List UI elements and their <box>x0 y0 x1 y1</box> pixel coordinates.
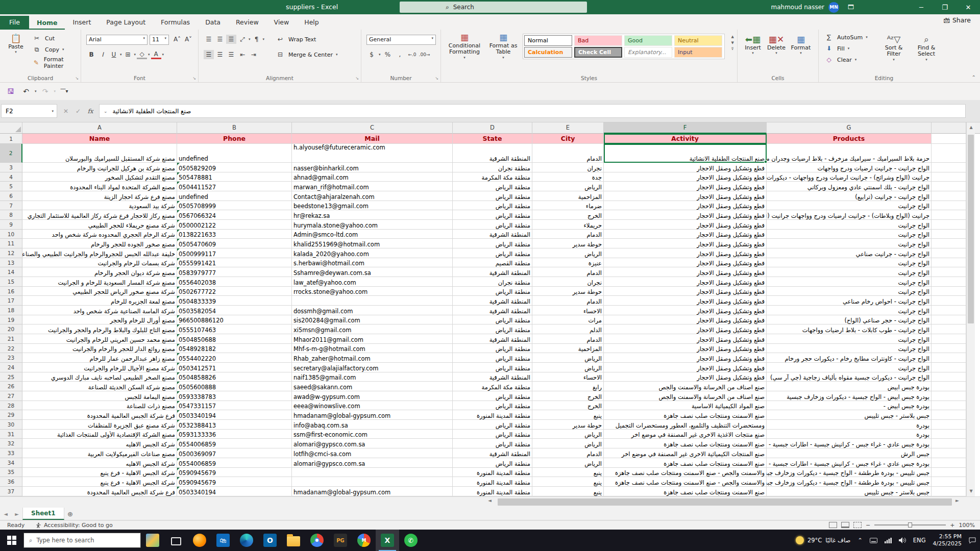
cell[interactable]: 0504411527 <box>177 182 292 191</box>
cell[interactable]: مصنع التاج للبلوك والبلاط والرخام والحجر… <box>22 324 177 334</box>
cell[interactable]: شركة مصنع عبق الجزيرة للمنظفات <box>22 420 177 430</box>
row-header-37[interactable]: 37 <box>0 487 22 496</box>
cell[interactable]: حوطة سدير <box>532 239 604 248</box>
cell[interactable] <box>932 239 966 248</box>
cell[interactable]: صنع الاسمنت ومنتجات صلب نصف جاهزة <box>604 487 767 496</box>
cell[interactable]: dossmh@gmail.com <box>292 306 453 315</box>
cell[interactable]: مصنع ركاز للاحجار فرع شركة ركاز العالمية… <box>22 210 177 220</box>
cell[interactable]: 0138221633 <box>177 230 292 239</box>
cell[interactable]: الواح جرانيت - كاونترات مطابخ رخام - ديك… <box>767 353 932 363</box>
cell[interactable]: الواح جرانيت <box>767 220 932 230</box>
cell[interactable]: عنيزة <box>532 258 604 268</box>
cell[interactable] <box>932 391 966 401</box>
align-top-icon[interactable]: ☰ <box>204 35 214 44</box>
cell[interactable]: مصنع أورال للرخام والحجر <box>22 315 177 325</box>
cell[interactable]: حوطة سدير <box>532 287 604 296</box>
cell[interactable]: قطع وتشكيل وصقل الاحجار <box>604 334 767 344</box>
row-header-9[interactable]: 9 <box>0 220 22 230</box>
cell[interactable]: 0503582054 <box>177 306 292 315</box>
cell[interactable] <box>932 468 966 478</box>
percent-icon[interactable]: % <box>383 50 393 59</box>
insert-function-icon[interactable]: fx <box>85 108 96 115</box>
cell[interactable]: secretary@alajialfactory.com <box>292 363 453 372</box>
format-cells-button[interactable]: ▦ Format▾ <box>789 35 813 55</box>
cell[interactable]: 0593338783 <box>177 391 292 401</box>
cell[interactable]: الواح جرانيت - جرانيت صناعي <box>767 248 932 258</box>
cell[interactable]: قطع وتشكيل وصقل الاحجار <box>604 239 767 248</box>
row-header-34[interactable]: 34 <box>0 458 22 468</box>
new-sheet-icon[interactable]: ⊕ <box>64 508 77 520</box>
cell[interactable]: منطقة الرياض <box>453 391 532 401</box>
cell[interactable]: منطقة مكة المكرمة <box>453 172 532 182</box>
column-header-B[interactable]: B <box>177 122 292 134</box>
cell[interactable]: حوطة سدير <box>532 420 604 430</box>
cell[interactable]: alomari@gypsco.com.sa <box>292 458 453 468</box>
cell[interactable]: شركة الجبس الاهلية - فرع ينبع <box>22 477 177 487</box>
outlook-icon[interactable]: O <box>258 530 282 551</box>
align-left-icon[interactable]: ☰ <box>204 50 214 59</box>
header-phone[interactable]: Phone <box>177 134 292 144</box>
edge-icon[interactable] <box>235 530 258 551</box>
cell[interactable]: شركة الجبس الاهليه <box>22 439 177 448</box>
cell[interactable]: منطقة الرياض <box>453 315 532 325</box>
row-header-15[interactable]: 15 <box>0 277 22 287</box>
font-grow-shrink[interactable]: A˄ A˅ <box>172 35 193 44</box>
cell[interactable]: مصنع لمعة الجزيره للرخام <box>22 296 177 306</box>
pg-app-icon[interactable]: PG <box>329 530 352 551</box>
cell[interactable]: awad@w-gypsum.com <box>292 391 453 401</box>
cell[interactable]: ضرماء <box>532 201 604 211</box>
row-header-25[interactable]: 25 <box>0 372 22 382</box>
taskbar-search-input[interactable]: ⌕ Type here to search <box>23 533 141 548</box>
cell[interactable]: الواح جرانيت <box>767 230 932 239</box>
cell[interactable]: 0556402038 <box>177 277 292 287</box>
row-header-35[interactable]: 35 <box>0 468 22 478</box>
header-mail[interactable]: Mail <box>292 134 453 144</box>
orientation-icon[interactable]: ⤢ <box>237 35 248 44</box>
vertical-scrollbar[interactable]: ▲ ▼ <box>966 122 975 496</box>
cell[interactable]: منطقة الرياض <box>453 182 532 191</box>
title-search-box[interactable]: ⌕ Search <box>400 2 587 13</box>
cell[interactable]: بودرة جبس ابيض <box>767 382 932 391</box>
cell[interactable]: lotfih@cmci-sa.com <box>292 448 453 458</box>
close-button[interactable]: ✕ <box>957 0 980 14</box>
font-family-select[interactable]: Arial▾ <box>86 35 148 45</box>
cell[interactable] <box>932 267 966 277</box>
cell[interactable]: 0500002122 <box>177 220 292 230</box>
alignment-dialog-launcher[interactable]: ↘ <box>355 76 359 81</box>
formula-input[interactable]: صنع المنتجات الطفلية الانشائية ⌄ <box>99 104 966 118</box>
cell[interactable]: شركة مصنع حريملاء للحجر الطبيعي <box>22 220 177 230</box>
formula-bar-expand-icon[interactable]: ⌄ <box>104 109 108 114</box>
cell[interactable]: الواح جرانيت - بلك اسمنتي عادي ومعزول وب… <box>767 182 932 191</box>
cell[interactable]: مصنع شركة السكن الحديثة للصناعة <box>22 382 177 391</box>
format-painter-button[interactable]: ✎Format Painter <box>32 56 81 69</box>
find-select-button[interactable]: ⌕ Find & Select▾ <box>912 35 941 62</box>
tab-home[interactable]: Home <box>29 16 65 30</box>
cell[interactable]: 0548928182 <box>177 344 292 354</box>
cell[interactable]: قطع وتشكيل وصقل الاحجار <box>604 248 767 258</box>
cell[interactable]: منطقة القصيم <box>453 258 532 268</box>
row-header-1[interactable]: 1 <box>0 134 22 144</box>
cell[interactable]: مصنع الشركة المتحدة لمواد البناء المحدود… <box>22 182 177 191</box>
cell[interactable]: Sshamre@deywan.com.sa <box>292 267 453 277</box>
vertical-scroll-thumb[interactable] <box>968 135 974 323</box>
cell[interactable]: الرياض <box>532 458 604 468</box>
cell[interactable]: ومستحضرات التنظيف والتلميع، العطور ومستح… <box>604 420 767 430</box>
cell[interactable]: 966500886120 <box>177 315 292 325</box>
cell[interactable]: 0504858826 <box>177 372 292 382</box>
decrease-decimal-icon[interactable]: .00→ <box>420 50 430 59</box>
cell[interactable]: 0505600888 <box>177 382 292 391</box>
text-direction-icon[interactable]: ¶ <box>252 35 262 44</box>
row-header-4[interactable]: 4 <box>0 172 22 182</box>
underline-button[interactable]: U <box>109 50 119 59</box>
cell[interactable]: شركة الرخام الحجري المحدوده شركة شخص واح… <box>22 230 177 239</box>
cell[interactable]: الخرج <box>532 401 604 411</box>
firefox-icon[interactable] <box>188 530 211 551</box>
cell[interactable]: khalid2551969@hotmail.com <box>292 239 453 248</box>
cell[interactable]: بودرة جبس عادي - غراء جبس - كرانيش جبسية… <box>767 439 932 448</box>
cell[interactable]: قطع وتشكيل وصقل الاحجار <box>604 315 767 325</box>
cell[interactable]: بودرة <box>767 420 932 430</box>
column-header-C[interactable]: C <box>292 122 453 134</box>
cell[interactable]: منطقة الرياض <box>453 344 532 354</box>
delete-cells-button[interactable]: ▦✕ Delete▾ <box>765 35 788 55</box>
cell[interactable]: 0503340194 <box>177 410 292 420</box>
